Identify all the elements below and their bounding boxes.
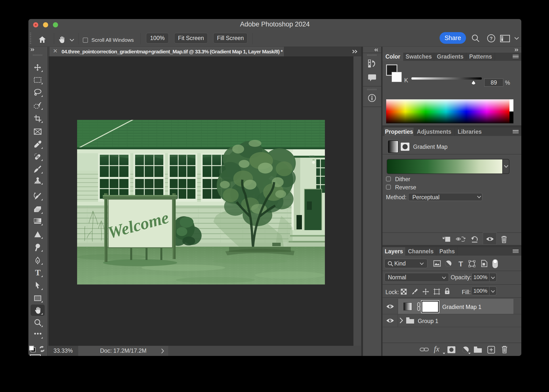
svg-text:4033: 4033: [309, 155, 315, 158]
svg-text:?: ?: [490, 36, 493, 41]
